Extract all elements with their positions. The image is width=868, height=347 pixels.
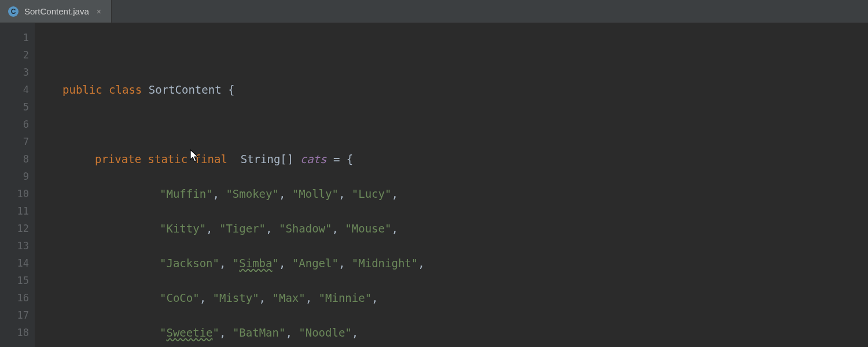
string-literal: "Noodle" xyxy=(299,326,352,339)
keyword-static: static xyxy=(148,153,188,165)
line-number: 4 xyxy=(0,81,29,98)
code-line[interactable] xyxy=(62,46,868,64)
string-literal: "Smokey" xyxy=(226,187,279,200)
string-literal: "Shadow" xyxy=(279,222,332,235)
typo-sweetie: Sweetie xyxy=(166,326,212,339)
line-number: 2 xyxy=(0,46,29,64)
code-area[interactable]: public class SortContent { private stati… xyxy=(35,23,868,347)
code-line[interactable]: "Muffin", "Smokey", "Molly", "Lucy", xyxy=(62,185,868,202)
line-number-gutter: 1 2 3 4 5 6 7 8 9 10 11 12 13 14 15 16 1… xyxy=(0,23,35,347)
string-literal: "Kitty" xyxy=(160,222,206,235)
tab-bar: C SortContent.java × xyxy=(0,0,868,23)
line-number: 11 xyxy=(0,202,29,220)
string-literal: "Minnie" xyxy=(319,291,372,304)
string-literal: "Simba" xyxy=(233,257,279,270)
string-literal: "Jackson" xyxy=(160,257,219,270)
code-line[interactable] xyxy=(62,116,868,133)
string-literal: "Angel" xyxy=(292,257,339,270)
code-line[interactable]: "Jackson", "Simba", "Angel", "Midnight", xyxy=(62,254,868,272)
code-line[interactable]: public class SortContent { xyxy=(62,81,868,98)
string-literal: "Sweetie" xyxy=(160,326,219,339)
line-number: 1 xyxy=(0,29,29,46)
string-literal: "Molly" xyxy=(292,187,339,200)
equals: = xyxy=(333,153,340,165)
code-editor[interactable]: 1 2 3 4 5 6 7 8 9 10 11 12 13 14 15 16 1… xyxy=(0,23,868,347)
line-number: 9 xyxy=(0,168,29,185)
keyword-final: final xyxy=(194,153,227,165)
line-number: 15 xyxy=(0,272,29,289)
tab-filename: SortContent.java xyxy=(24,6,89,16)
line-number: 16 xyxy=(0,289,29,307)
string-literal: "Misty" xyxy=(213,291,259,304)
line-number: 13 xyxy=(0,237,29,254)
code-line[interactable]: private static final String[] cats = { xyxy=(62,150,868,168)
keyword-class: class xyxy=(109,83,142,96)
string-literal: "Lucy" xyxy=(352,187,392,200)
string-literal: "Midnight" xyxy=(352,257,418,270)
line-number: 3 xyxy=(0,64,29,81)
string-literal: "Mouse" xyxy=(345,222,391,235)
typo-simba: Simba xyxy=(239,257,272,270)
line-number: 12 xyxy=(0,220,29,237)
brace-open: { xyxy=(228,83,234,96)
line-number: 8 xyxy=(0,150,29,168)
keyword-public: public xyxy=(62,83,102,96)
line-number: 7 xyxy=(0,133,29,150)
code-line[interactable]: "Sweetie", "BatMan", "Noodle", xyxy=(62,324,868,341)
string-literal: "CoCo" xyxy=(160,291,200,304)
class-name: SortContent xyxy=(149,83,222,96)
code-line[interactable]: "CoCo", "Misty", "Max", "Minnie", xyxy=(62,289,868,307)
string-literal: "Muffin" xyxy=(160,187,213,200)
line-number: 10 xyxy=(0,185,29,202)
keyword-private: private xyxy=(95,153,141,165)
string-literal: "Max" xyxy=(273,291,306,304)
line-number: 14 xyxy=(0,254,29,272)
string-literal: "Tiger" xyxy=(219,222,266,235)
line-number: 18 xyxy=(0,324,29,341)
editor-tab[interactable]: C SortContent.java × xyxy=(0,0,112,23)
line-number: 6 xyxy=(0,116,29,133)
close-icon[interactable]: × xyxy=(95,7,103,16)
string-literal: "BatMan" xyxy=(233,326,286,339)
line-number: 5 xyxy=(0,98,29,116)
field-cats: cats xyxy=(300,153,327,165)
line-number: 17 xyxy=(0,307,29,324)
java-class-icon: C xyxy=(8,6,19,17)
type-string-array: String[] xyxy=(241,153,294,165)
brace-open: { xyxy=(347,153,353,165)
code-line[interactable]: "Kitty", "Tiger", "Shadow", "Mouse", xyxy=(62,220,868,237)
